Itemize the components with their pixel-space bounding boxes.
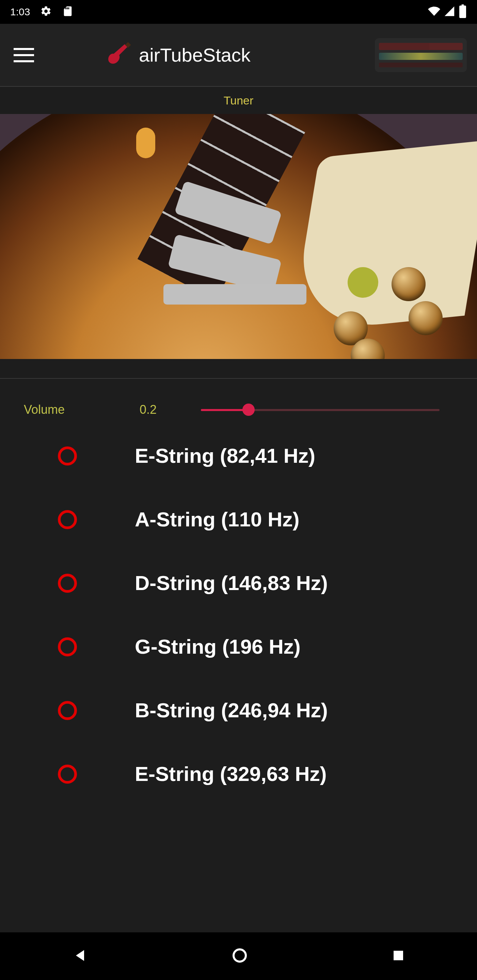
screen-subheader: Tuner (0, 87, 477, 114)
radio-icon[interactable] (58, 637, 77, 656)
string-label: E-String (329,63 Hz) (135, 762, 327, 786)
app-title: airTubeStack (139, 44, 250, 66)
svg-point-4 (234, 950, 246, 962)
sd-card-icon (62, 5, 73, 18)
string-label: B-String (246,94 Hz) (135, 698, 328, 722)
menu-button[interactable] (10, 41, 37, 69)
string-list: E-String (82,41 Hz) A-String (110 Hz) D-… (0, 434, 477, 786)
signal-icon (443, 5, 455, 18)
volume-label: Volume (24, 402, 140, 417)
string-label: A-String (110 Hz) (135, 508, 299, 531)
radio-icon[interactable] (58, 510, 77, 529)
guitar-image (0, 114, 477, 359)
string-label: G-String (196 Hz) (135, 635, 301, 659)
status-right (428, 5, 467, 19)
battery-icon (459, 5, 467, 19)
wifi-icon (428, 5, 440, 19)
volume-slider[interactable] (201, 403, 440, 417)
recent-apps-button[interactable] (391, 948, 405, 964)
string-b-row[interactable]: B-String (246,94 Hz) (58, 698, 477, 722)
string-g-row[interactable]: G-String (196 Hz) (58, 635, 477, 659)
volume-row: Volume 0.2 (0, 379, 477, 434)
string-d-row[interactable]: D-String (146,83 Hz) (58, 571, 477, 595)
app-screen: 1:03 airTubeStack (0, 0, 477, 980)
gear-icon (40, 5, 52, 18)
keyboard-graphic[interactable] (375, 38, 467, 72)
string-label: D-String (146,83 Hz) (135, 571, 328, 595)
radio-icon[interactable] (58, 701, 77, 720)
radio-icon[interactable] (58, 765, 77, 784)
status-time: 1:03 (10, 6, 30, 18)
subheader-title: Tuner (224, 94, 254, 107)
string-e-high-row[interactable]: E-String (329,63 Hz) (58, 762, 477, 786)
navigation-bar (0, 932, 477, 980)
svg-rect-5 (394, 951, 403, 960)
status-left: 1:03 (10, 5, 73, 18)
back-button[interactable] (72, 947, 88, 965)
home-button[interactable] (231, 947, 248, 965)
guitar-icon (105, 41, 133, 69)
volume-value: 0.2 (140, 402, 201, 417)
radio-icon[interactable] (58, 447, 77, 466)
app-bar: airTubeStack (0, 24, 477, 87)
string-e-low-row[interactable]: E-String (82,41 Hz) (58, 444, 477, 468)
radio-icon[interactable] (58, 574, 77, 593)
string-label: E-String (82,41 Hz) (135, 444, 315, 468)
status-bar: 1:03 (0, 0, 477, 24)
string-a-row[interactable]: A-String (110 Hz) (58, 508, 477, 531)
